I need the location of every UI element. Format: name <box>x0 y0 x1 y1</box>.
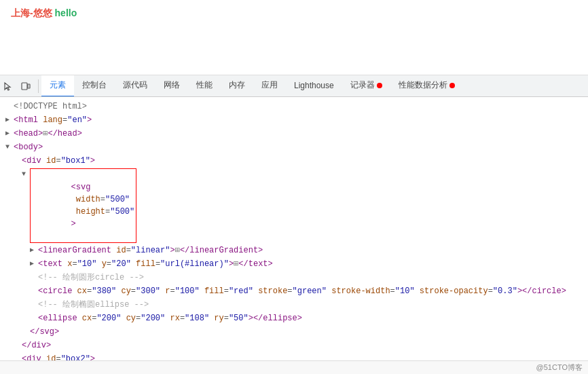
devtools-panel: 元素 控制台 源代码 网络 性能 内存 应用 Lighthouse 记录器 性能… <box>0 75 588 374</box>
preview-part1: 上海-悠悠 <box>11 7 52 18</box>
tab-application[interactable]: 应用 <box>253 75 286 97</box>
dom-line-doctype: <!DOCTYPE html> <box>0 100 588 113</box>
devtools-tabs: 元素 控制台 源代码 网络 性能 内存 应用 Lighthouse 记录器 性能… <box>0 75 588 97</box>
preview-text: 上海-悠悠 hello <box>11 7 77 20</box>
dom-line-comment-ellipse: <!-- 绘制椭圆ellipse --> <box>0 298 588 312</box>
tab-performance-insights[interactable]: 性能数据分析 <box>390 75 463 97</box>
dom-line-ellipse: <ellipse cx="200" cy="200" rx="108" ry="… <box>0 312 588 325</box>
dom-line-circle: <circle cx="380" cy="300" r="100" fill="… <box>0 284 588 298</box>
tab-network[interactable]: 网络 <box>155 75 188 97</box>
lg-arrow[interactable]: ▶ <box>30 244 38 257</box>
tab-lighthouse[interactable]: Lighthouse <box>286 75 342 97</box>
tab-recorder[interactable]: 记录器 <box>342 75 390 97</box>
dom-line-text: ▶ <text x="10" y="20" fill="url(#linear)… <box>0 257 588 271</box>
dom-line-div-box1: <div id="box1" > <box>0 154 588 168</box>
body-arrow[interactable]: ▼ <box>5 141 14 153</box>
svg-marker-0 <box>5 83 10 90</box>
dom-line-head: ▶ <head> ⊞ </head> <box>0 127 588 141</box>
dom-line-comment-circle: <!-- 绘制圆形circle --> <box>0 271 588 284</box>
dom-line-html: ▶ <html lang="en" > <box>0 113 588 127</box>
svg-rect-1 <box>22 83 27 90</box>
device-icon[interactable] <box>18 78 34 94</box>
dom-tree: <!DOCTYPE html> ▶ <html lang="en" > ▶ <h… <box>0 97 588 360</box>
dom-line-lineargradient: ▶ <linearGradient id="linear" > ⊞ </line… <box>0 244 588 257</box>
tab-memory[interactable]: 内存 <box>221 75 253 97</box>
preview-part2: hello <box>52 7 77 18</box>
tab-performance[interactable]: 性能 <box>188 75 221 97</box>
preview-area: 上海-悠悠 hello <box>0 0 588 75</box>
dom-line-div-box1-close: </div> <box>0 339 588 352</box>
cursor-icon[interactable] <box>0 78 16 94</box>
tab-console[interactable]: 控制台 <box>74 75 115 97</box>
dom-line-svg1: ▼ <svg width="500" height="500" > <box>0 168 588 244</box>
perf-badge <box>449 83 455 88</box>
bottom-bar: @51CTO博客 <box>0 360 588 374</box>
svg-rect-2 <box>28 84 30 88</box>
tab-sources[interactable]: 源代码 <box>115 75 155 97</box>
watermark-text: @51CTO博客 <box>536 362 583 373</box>
html-arrow[interactable]: ▶ <box>5 114 14 126</box>
text-arrow[interactable]: ▶ <box>30 258 38 270</box>
tab-elements[interactable]: 元素 <box>41 75 74 97</box>
dom-line-svg1-close: </svg> <box>0 325 588 339</box>
separator <box>38 79 39 93</box>
head-arrow[interactable]: ▶ <box>5 128 14 140</box>
dom-line-div-box2: <div id="box2" > <box>0 352 588 360</box>
recorder-badge <box>377 83 382 88</box>
dom-line-body: ▼ <body> <box>0 141 588 154</box>
svg1-arrow[interactable]: ▼ <box>22 168 30 181</box>
svg1-highlight: <svg width="500" height="500" > <box>30 168 136 243</box>
